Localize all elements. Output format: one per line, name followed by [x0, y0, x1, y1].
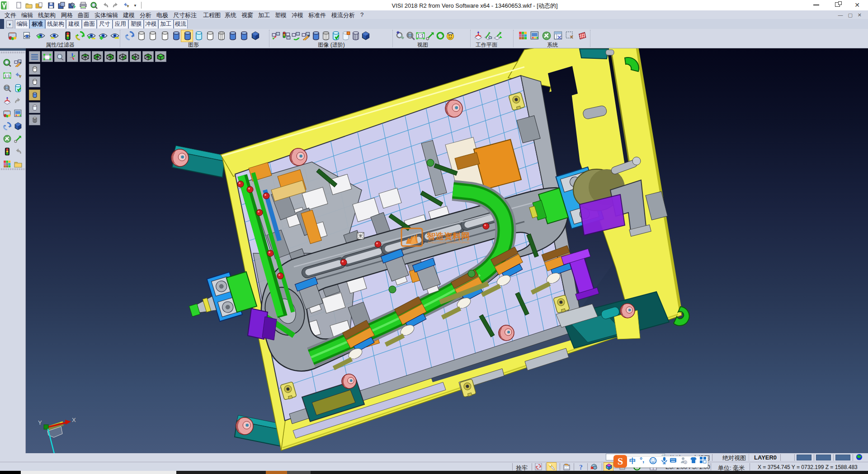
svg-text:1:1: 1:1 [417, 33, 424, 38]
svg-text:?: ? [579, 464, 583, 471]
svg-text:INTELLIGENT MANUFACTURING: INTELLIGENT MANUFACTURING [428, 241, 470, 244]
svg-text:Y: Y [38, 419, 42, 426]
svg-text:X: X [72, 417, 76, 423]
svg-text:1:1: 1:1 [5, 74, 10, 78]
svg-text:智造资料网: 智造资料网 [426, 232, 470, 241]
